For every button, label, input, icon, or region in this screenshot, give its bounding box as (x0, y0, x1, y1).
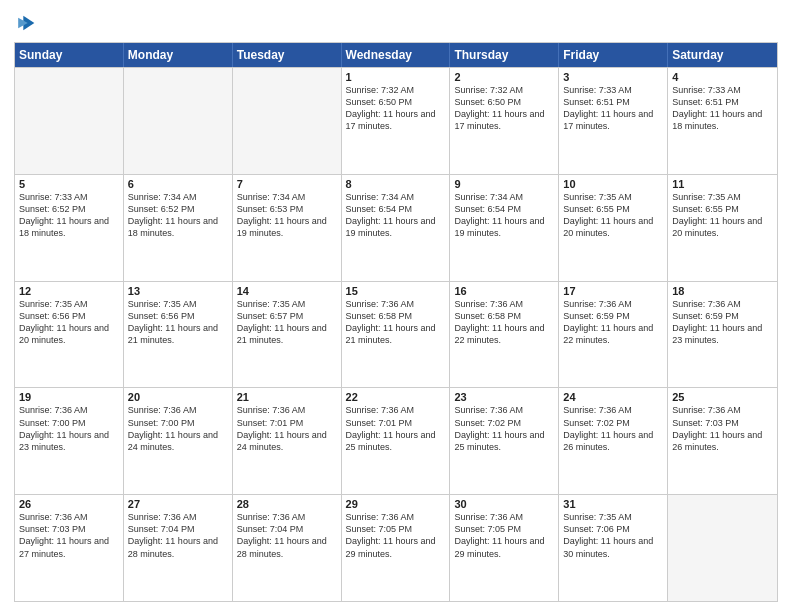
day-info: Sunrise: 7:34 AMSunset: 6:52 PMDaylight:… (128, 191, 228, 240)
calendar: SundayMondayTuesdayWednesdayThursdayFrid… (14, 42, 778, 602)
calendar-row-1: 5Sunrise: 7:33 AMSunset: 6:52 PMDaylight… (15, 174, 777, 281)
calendar-cell: 4Sunrise: 7:33 AMSunset: 6:51 PMDaylight… (668, 68, 777, 174)
calendar-cell: 28Sunrise: 7:36 AMSunset: 7:04 PMDayligh… (233, 495, 342, 601)
day-number: 1 (346, 71, 446, 83)
day-info: Sunrise: 7:35 AMSunset: 6:56 PMDaylight:… (19, 298, 119, 347)
day-number: 6 (128, 178, 228, 190)
day-number: 8 (346, 178, 446, 190)
calendar-cell: 18Sunrise: 7:36 AMSunset: 6:59 PMDayligh… (668, 282, 777, 388)
day-info: Sunrise: 7:36 AMSunset: 7:01 PMDaylight:… (346, 404, 446, 453)
day-info: Sunrise: 7:35 AMSunset: 7:06 PMDaylight:… (563, 511, 663, 560)
calendar-body: 1Sunrise: 7:32 AMSunset: 6:50 PMDaylight… (15, 67, 777, 601)
day-number: 26 (19, 498, 119, 510)
header-day-monday: Monday (124, 43, 233, 67)
calendar-cell: 15Sunrise: 7:36 AMSunset: 6:58 PMDayligh… (342, 282, 451, 388)
day-number: 20 (128, 391, 228, 403)
day-info: Sunrise: 7:36 AMSunset: 7:01 PMDaylight:… (237, 404, 337, 453)
calendar-cell: 20Sunrise: 7:36 AMSunset: 7:00 PMDayligh… (124, 388, 233, 494)
calendar-cell: 16Sunrise: 7:36 AMSunset: 6:58 PMDayligh… (450, 282, 559, 388)
header (14, 10, 778, 34)
logo (14, 14, 38, 34)
day-number: 19 (19, 391, 119, 403)
day-number: 31 (563, 498, 663, 510)
day-info: Sunrise: 7:36 AMSunset: 7:02 PMDaylight:… (563, 404, 663, 453)
day-number: 7 (237, 178, 337, 190)
calendar-cell: 17Sunrise: 7:36 AMSunset: 6:59 PMDayligh… (559, 282, 668, 388)
calendar-cell: 6Sunrise: 7:34 AMSunset: 6:52 PMDaylight… (124, 175, 233, 281)
day-number: 17 (563, 285, 663, 297)
day-number: 29 (346, 498, 446, 510)
day-info: Sunrise: 7:36 AMSunset: 7:02 PMDaylight:… (454, 404, 554, 453)
day-info: Sunrise: 7:36 AMSunset: 6:59 PMDaylight:… (672, 298, 773, 347)
calendar-cell: 30Sunrise: 7:36 AMSunset: 7:05 PMDayligh… (450, 495, 559, 601)
calendar-cell: 25Sunrise: 7:36 AMSunset: 7:03 PMDayligh… (668, 388, 777, 494)
calendar-cell: 22Sunrise: 7:36 AMSunset: 7:01 PMDayligh… (342, 388, 451, 494)
calendar-cell: 12Sunrise: 7:35 AMSunset: 6:56 PMDayligh… (15, 282, 124, 388)
day-number: 14 (237, 285, 337, 297)
day-info: Sunrise: 7:36 AMSunset: 7:03 PMDaylight:… (672, 404, 773, 453)
day-info: Sunrise: 7:36 AMSunset: 7:03 PMDaylight:… (19, 511, 119, 560)
day-number: 28 (237, 498, 337, 510)
header-day-saturday: Saturday (668, 43, 777, 67)
day-info: Sunrise: 7:34 AMSunset: 6:54 PMDaylight:… (454, 191, 554, 240)
day-number: 18 (672, 285, 773, 297)
calendar-cell: 14Sunrise: 7:35 AMSunset: 6:57 PMDayligh… (233, 282, 342, 388)
calendar-cell: 21Sunrise: 7:36 AMSunset: 7:01 PMDayligh… (233, 388, 342, 494)
calendar-header: SundayMondayTuesdayWednesdayThursdayFrid… (15, 43, 777, 67)
calendar-cell (233, 68, 342, 174)
day-info: Sunrise: 7:35 AMSunset: 6:56 PMDaylight:… (128, 298, 228, 347)
header-day-wednesday: Wednesday (342, 43, 451, 67)
day-info: Sunrise: 7:35 AMSunset: 6:57 PMDaylight:… (237, 298, 337, 347)
day-number: 30 (454, 498, 554, 510)
day-number: 15 (346, 285, 446, 297)
calendar-cell: 31Sunrise: 7:35 AMSunset: 7:06 PMDayligh… (559, 495, 668, 601)
day-info: Sunrise: 7:36 AMSunset: 6:59 PMDaylight:… (563, 298, 663, 347)
calendar-cell: 11Sunrise: 7:35 AMSunset: 6:55 PMDayligh… (668, 175, 777, 281)
day-number: 21 (237, 391, 337, 403)
calendar-cell: 3Sunrise: 7:33 AMSunset: 6:51 PMDaylight… (559, 68, 668, 174)
day-info: Sunrise: 7:36 AMSunset: 7:00 PMDaylight:… (128, 404, 228, 453)
day-info: Sunrise: 7:33 AMSunset: 6:51 PMDaylight:… (563, 84, 663, 133)
calendar-cell: 5Sunrise: 7:33 AMSunset: 6:52 PMDaylight… (15, 175, 124, 281)
header-day-friday: Friday (559, 43, 668, 67)
day-info: Sunrise: 7:32 AMSunset: 6:50 PMDaylight:… (346, 84, 446, 133)
day-number: 9 (454, 178, 554, 190)
header-day-sunday: Sunday (15, 43, 124, 67)
day-info: Sunrise: 7:36 AMSunset: 7:00 PMDaylight:… (19, 404, 119, 453)
day-number: 4 (672, 71, 773, 83)
logo-icon (16, 12, 38, 34)
day-info: Sunrise: 7:36 AMSunset: 7:05 PMDaylight:… (346, 511, 446, 560)
day-info: Sunrise: 7:35 AMSunset: 6:55 PMDaylight:… (672, 191, 773, 240)
day-info: Sunrise: 7:34 AMSunset: 6:53 PMDaylight:… (237, 191, 337, 240)
day-number: 22 (346, 391, 446, 403)
day-info: Sunrise: 7:36 AMSunset: 7:05 PMDaylight:… (454, 511, 554, 560)
day-info: Sunrise: 7:36 AMSunset: 7:04 PMDaylight:… (128, 511, 228, 560)
day-number: 27 (128, 498, 228, 510)
calendar-cell: 19Sunrise: 7:36 AMSunset: 7:00 PMDayligh… (15, 388, 124, 494)
calendar-cell: 7Sunrise: 7:34 AMSunset: 6:53 PMDaylight… (233, 175, 342, 281)
day-number: 24 (563, 391, 663, 403)
day-info: Sunrise: 7:33 AMSunset: 6:51 PMDaylight:… (672, 84, 773, 133)
calendar-cell: 8Sunrise: 7:34 AMSunset: 6:54 PMDaylight… (342, 175, 451, 281)
calendar-row-0: 1Sunrise: 7:32 AMSunset: 6:50 PMDaylight… (15, 67, 777, 174)
day-number: 3 (563, 71, 663, 83)
calendar-cell: 27Sunrise: 7:36 AMSunset: 7:04 PMDayligh… (124, 495, 233, 601)
calendar-cell: 24Sunrise: 7:36 AMSunset: 7:02 PMDayligh… (559, 388, 668, 494)
day-number: 12 (19, 285, 119, 297)
page: SundayMondayTuesdayWednesdayThursdayFrid… (0, 0, 792, 612)
day-info: Sunrise: 7:36 AMSunset: 6:58 PMDaylight:… (454, 298, 554, 347)
day-info: Sunrise: 7:35 AMSunset: 6:55 PMDaylight:… (563, 191, 663, 240)
calendar-cell: 10Sunrise: 7:35 AMSunset: 6:55 PMDayligh… (559, 175, 668, 281)
calendar-cell (15, 68, 124, 174)
day-number: 13 (128, 285, 228, 297)
day-number: 10 (563, 178, 663, 190)
calendar-cell: 26Sunrise: 7:36 AMSunset: 7:03 PMDayligh… (15, 495, 124, 601)
day-info: Sunrise: 7:36 AMSunset: 7:04 PMDaylight:… (237, 511, 337, 560)
day-number: 5 (19, 178, 119, 190)
calendar-cell: 23Sunrise: 7:36 AMSunset: 7:02 PMDayligh… (450, 388, 559, 494)
calendar-row-4: 26Sunrise: 7:36 AMSunset: 7:03 PMDayligh… (15, 494, 777, 601)
header-day-tuesday: Tuesday (233, 43, 342, 67)
day-number: 23 (454, 391, 554, 403)
calendar-cell: 2Sunrise: 7:32 AMSunset: 6:50 PMDaylight… (450, 68, 559, 174)
day-info: Sunrise: 7:32 AMSunset: 6:50 PMDaylight:… (454, 84, 554, 133)
